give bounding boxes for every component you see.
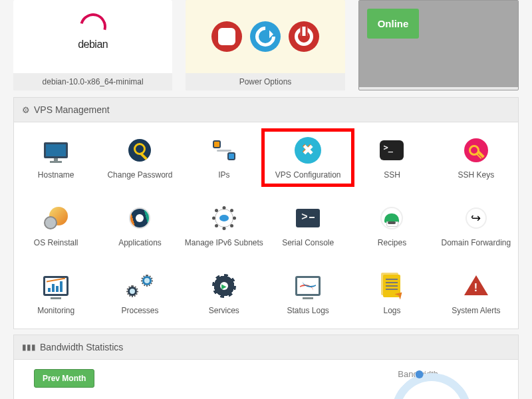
chef-hat-icon (380, 207, 403, 229)
key-circle-icon (128, 139, 151, 162)
bandwidth-gauge-icon (375, 356, 488, 399)
mgmt-applications[interactable]: Applications (98, 201, 182, 250)
mgmt-services[interactable]: Services (182, 269, 266, 318)
power-stop-button[interactable] (211, 21, 242, 52)
mgmt-system-alerts[interactable]: System Alerts (434, 269, 518, 318)
mgmt-recipes[interactable]: Recipes (350, 201, 434, 250)
monitor-icon (44, 142, 68, 158)
status-card: Online (358, 0, 519, 90)
bandwidth-panel: ▮▮▮ Bandwidth Statistics Prev Month Band… (13, 334, 519, 399)
power-off-button[interactable] (289, 21, 319, 52)
power-options-label: Power Options (186, 73, 344, 90)
mgmt-hostname[interactable]: Hostname (14, 133, 98, 182)
mgmt-serial-console[interactable]: Serial Console (266, 201, 350, 250)
debian-logo-icon: debian (73, 13, 113, 60)
mgmt-status-logs[interactable]: Status Logs (266, 269, 350, 318)
mgmt-processes[interactable]: Processes (98, 269, 182, 318)
top-summary-row: debian debian-10.0-x86_64-minimal Power … (13, 0, 519, 90)
vps-management-header: ⚙ VPS Management (14, 98, 518, 122)
gear-icon: ⚙ (22, 105, 30, 115)
terminal-icon (380, 140, 404, 160)
os-card: debian debian-10.0-x86_64-minimal (13, 0, 172, 90)
vps-management-title: VPS Management (34, 104, 110, 115)
mgmt-ipv6[interactable]: Manage IPv6 Subnets (182, 201, 266, 250)
mgmt-monitoring[interactable]: Monitoring (14, 269, 98, 318)
mgmt-ssh[interactable]: SSH (350, 133, 434, 182)
mgmt-change-password[interactable]: Change Password (98, 133, 182, 182)
mgmt-vps-configuration[interactable]: ✖ VPS Configuration (266, 133, 350, 182)
bandwidth-header: ▮▮▮ Bandwidth Statistics (14, 335, 518, 360)
swirl-logo-icon (129, 207, 150, 229)
tools-circle-icon: ✖ (295, 137, 321, 164)
network-nodes-icon (213, 140, 235, 160)
bandwidth-title: Bandwidth Statistics (40, 342, 123, 352)
vps-management-panel: ⚙ VPS Management Hostname Change Passwor… (13, 97, 519, 329)
gears-icon (128, 276, 152, 296)
gear-play-icon (213, 275, 235, 297)
mgmt-ips[interactable]: IPs (182, 133, 266, 182)
chart-screen-icon (43, 276, 68, 296)
mgmt-ssh-keys[interactable]: SSH Keys (434, 133, 518, 182)
disks-icon (44, 207, 68, 229)
mgmt-logs[interactable]: Logs (350, 269, 434, 318)
mgmt-domain-forwarding[interactable]: ↪ Domain Forwarding (434, 201, 518, 250)
os-label: debian-10.0-x86_64-minimal (13, 73, 172, 90)
graph-screen-icon (295, 276, 321, 296)
prev-month-button[interactable]: Prev Month (34, 369, 94, 388)
mgmt-os-reinstall[interactable]: OS Reinstall (14, 201, 98, 250)
power-options-card: Power Options (186, 0, 344, 90)
console-icon (296, 209, 320, 227)
status-badge: Online (367, 9, 420, 39)
bar-chart-icon: ▮▮▮ (22, 342, 36, 352)
notepad-icon (383, 275, 400, 297)
key-badge-icon (464, 138, 488, 162)
power-restart-button[interactable] (250, 21, 281, 52)
alert-triangle-icon (464, 263, 488, 295)
ipv6-network-icon (212, 206, 236, 230)
domain-forward-icon: ↪ (466, 207, 487, 229)
